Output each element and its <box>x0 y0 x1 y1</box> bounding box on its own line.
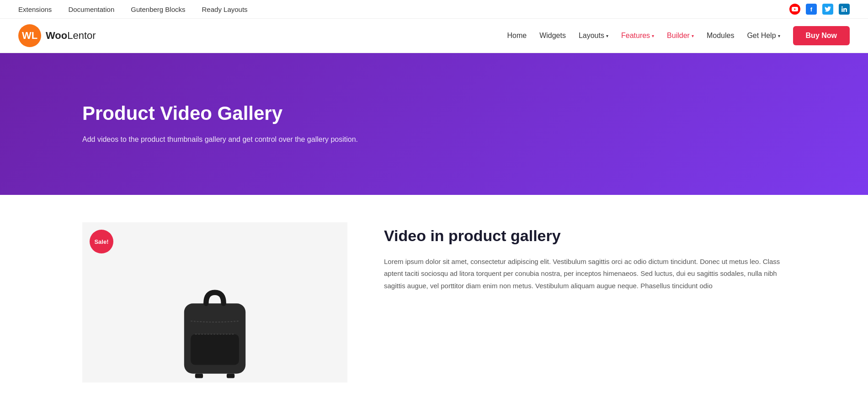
top-bar-nav: Extensions Documentation Gutenberg Block… <box>18 5 248 13</box>
facebook-icon[interactable]: f <box>806 4 817 15</box>
topbar-ready-layouts[interactable]: Ready Layouts <box>202 5 248 13</box>
nav-widgets[interactable]: Widgets <box>539 32 566 40</box>
content-section: Sale! Video in product gallery Lorem <box>0 195 868 409</box>
nav-layouts[interactable]: Layouts ▾ <box>579 32 608 40</box>
nav-get-help[interactable]: Get Help ▾ <box>747 32 780 40</box>
nav-builder[interactable]: Builder ▾ <box>667 32 694 40</box>
buy-now-button[interactable]: Buy Now <box>793 26 850 45</box>
logo-icon: WL <box>18 24 41 47</box>
svg-rect-6 <box>227 374 234 378</box>
text-content: Video in product gallery Lorem ipsum dol… <box>384 222 786 292</box>
hero-subtitle: Add videos to the product thumbnails gal… <box>82 134 375 145</box>
section-body: Lorem ipsum dolor sit amet, consectetur … <box>384 256 786 292</box>
hero-banner: Product Video Gallery Add videos to the … <box>0 53 868 195</box>
topbar-extensions[interactable]: Extensions <box>18 5 52 13</box>
svg-text:WL: WL <box>22 30 37 41</box>
main-nav: WL WooLentor Home Widgets Layouts ▾ Feat… <box>0 19 868 53</box>
svg-rect-5 <box>195 374 203 378</box>
logo[interactable]: WL WooLentor <box>18 24 96 47</box>
topbar-documentation[interactable]: Documentation <box>68 5 114 13</box>
product-gallery: Sale! <box>82 222 347 382</box>
svg-rect-3 <box>191 334 239 365</box>
logo-text: WooLentor <box>46 30 96 42</box>
linkedin-icon[interactable] <box>839 4 850 15</box>
nav-features[interactable]: Features ▾ <box>621 32 654 40</box>
twitter-icon[interactable] <box>822 4 833 15</box>
main-nav-links: Home Widgets Layouts ▾ Features ▾ Builde… <box>507 26 850 45</box>
topbar-gutenberg-blocks[interactable]: Gutenberg Blocks <box>131 5 185 13</box>
sale-badge: Sale! <box>90 230 113 253</box>
hero-title: Product Video Gallery <box>82 102 786 124</box>
youtube-icon[interactable] <box>789 4 800 15</box>
nav-home[interactable]: Home <box>507 32 527 40</box>
social-icons: f <box>789 4 850 15</box>
backpack-illustration <box>169 273 261 382</box>
nav-modules[interactable]: Modules <box>707 32 734 40</box>
section-title: Video in product gallery <box>384 227 786 245</box>
product-image <box>151 254 279 382</box>
top-bar: Extensions Documentation Gutenberg Block… <box>0 0 868 19</box>
